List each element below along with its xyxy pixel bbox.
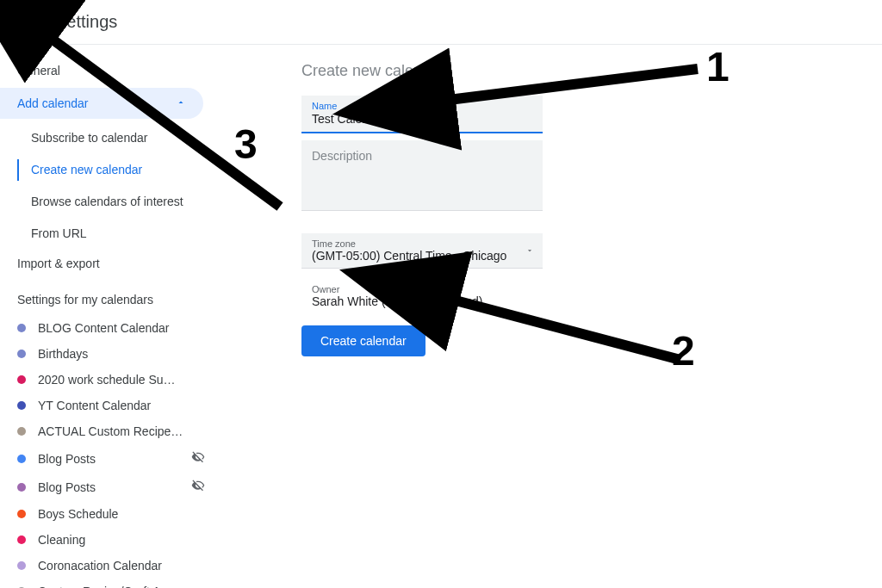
calendar-list-item[interactable]: Blog Posts <box>0 473 224 501</box>
back-arrow-icon[interactable] <box>17 12 38 33</box>
calendar-color-dot <box>17 427 26 436</box>
description-label: Description <box>312 149 532 163</box>
calendar-list-item[interactable]: ACTUAL Custom Recipes Due <box>0 418 224 444</box>
main-content: Create new calendar Name Test Calendar D… <box>224 45 882 588</box>
calendar-list-item[interactable]: Coronacation Calendar <box>0 553 224 579</box>
calendar-color-dot <box>17 324 26 332</box>
calendar-color-dot <box>17 375 26 384</box>
timezone-select[interactable]: Time zone (GMT-05:00) Central Time - Chi… <box>301 233 543 269</box>
calendar-label: Custom Recipe/Craft Availa… <box>38 585 184 588</box>
name-field[interactable]: Name Test Calendar <box>301 96 543 133</box>
calendar-color-dot <box>17 455 26 463</box>
calendar-list-item[interactable]: Boys Schedule <box>0 501 224 527</box>
form-heading: Create new calendar <box>301 62 882 80</box>
timezone-label: Time zone <box>312 238 532 249</box>
owner-label: Owner <box>312 284 882 294</box>
sidebar-item-general[interactable]: General <box>0 57 224 84</box>
page-title: Settings <box>55 12 117 32</box>
sidebar: General Add calendar Subscribe to calend… <box>0 45 224 588</box>
calendar-color-dot <box>17 535 26 544</box>
calendar-label: 2020 work schedule Summer <box>38 373 184 387</box>
calendar-list-item[interactable]: Cleaning <box>0 527 224 553</box>
hidden-eye-icon <box>191 450 205 467</box>
calendar-label: Coronacation Calendar <box>38 559 184 573</box>
sidebar-subitem-subscribe[interactable]: Subscribe to calendar <box>0 122 224 154</box>
calendar-label: Blog Posts <box>38 452 184 466</box>
owner-value: Sarah White (Planning Inspired) <box>312 294 882 308</box>
timezone-value: (GMT-05:00) Central Time - Chicago <box>312 249 532 263</box>
calendar-list-item[interactable]: BLOG Content Calendar <box>0 315 224 341</box>
calendar-list-item[interactable]: Blog Posts <box>0 444 224 473</box>
section-label-my-calendars: Settings for my calendars <box>0 277 224 315</box>
calendar-label: YT Content Calendar <box>38 399 184 412</box>
calendar-label: Birthdays <box>38 347 184 361</box>
calendar-color-dot <box>17 350 26 358</box>
calendar-list-item[interactable]: Custom Recipe/Craft Availa… <box>0 579 224 588</box>
chevron-up-icon <box>176 96 186 110</box>
create-calendar-button[interactable]: Create calendar <box>301 325 425 356</box>
sidebar-subitem-browse[interactable]: Browse calendars of interest <box>0 186 224 218</box>
calendar-list-item[interactable]: YT Content Calendar <box>0 393 224 418</box>
calendar-color-dot <box>17 483 26 492</box>
sidebar-item-label: Add calendar <box>17 96 89 110</box>
sidebar-item-import-export[interactable]: Import & export <box>0 250 224 277</box>
sidebar-item-add-calendar[interactable]: Add calendar <box>0 88 203 119</box>
sidebar-subitem-create-new[interactable]: Create new calendar <box>0 154 224 186</box>
calendar-label: Blog Posts <box>38 480 184 494</box>
hidden-eye-icon <box>191 479 205 495</box>
sidebar-subitem-from-url[interactable]: From URL <box>0 218 224 250</box>
calendar-label: Boys Schedule <box>38 507 184 521</box>
calendar-label: Cleaning <box>38 533 184 547</box>
description-field[interactable]: Description <box>301 140 543 211</box>
name-input[interactable]: Test Calendar <box>312 111 532 127</box>
calendar-color-dot <box>17 561 26 570</box>
caret-down-icon <box>525 244 534 257</box>
calendar-label: ACTUAL Custom Recipes Due <box>38 424 184 438</box>
name-label: Name <box>312 101 532 111</box>
calendar-label: BLOG Content Calendar <box>38 321 184 335</box>
calendar-color-dot <box>17 401 26 410</box>
calendar-color-dot <box>17 510 26 518</box>
calendar-list-item[interactable]: Birthdays <box>0 341 224 367</box>
header: Settings <box>0 0 882 45</box>
calendar-list-item[interactable]: 2020 work schedule Summer <box>0 367 224 393</box>
owner-display: Owner Sarah White (Planning Inspired) <box>312 284 882 308</box>
